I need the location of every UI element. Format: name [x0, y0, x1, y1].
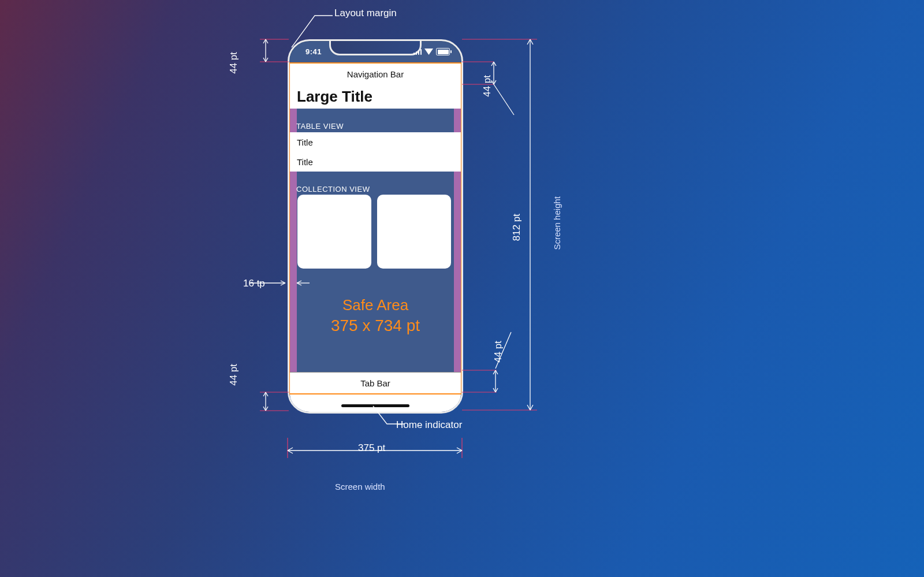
dim-line-status [248, 35, 289, 75]
svg-line-6 [494, 84, 514, 115]
dim-margin-w: 16 tp [243, 278, 265, 289]
collection-cell [297, 195, 371, 269]
table-view-header: TABLE VIEW [296, 122, 344, 131]
home-indicator-area [290, 394, 461, 412]
cell-signal-icon [413, 49, 422, 55]
label-home-indicator: Home indicator [396, 419, 462, 431]
status-time: 9:41 [305, 47, 322, 56]
dim-nav-h: 44 pt [482, 75, 493, 97]
label-layout-margin: Layout margin [334, 8, 397, 19]
battery-icon [436, 48, 450, 55]
safe-area-label: Safe Area 375 x 734 pt [289, 296, 461, 335]
phone-frame: 9:41 Navigation Bar Large Title TABLE VI… [288, 39, 463, 414]
wifi-icon [424, 49, 433, 55]
table-cell: Title [290, 132, 461, 152]
dim-home-h: 44 pt [228, 364, 240, 386]
navigation-bar: Navigation Bar [290, 64, 461, 85]
tab-bar: Tab Bar [290, 372, 461, 393]
collection-cell [377, 195, 451, 269]
dim-status-h: 44 pt [228, 52, 240, 74]
large-title: Large Title [290, 84, 461, 109]
dim-screen-h: 812 pt [511, 214, 523, 241]
label-screen-height: Screen height [552, 196, 562, 250]
dim-line-nav [462, 57, 526, 98]
status-bar: 9:41 [289, 41, 461, 62]
layout-margin-left [290, 64, 297, 393]
dim-tab-h: 44 pt [493, 341, 504, 363]
status-indicators [413, 48, 450, 55]
label-screen-width: Screen width [335, 482, 385, 492]
dim-screen-w: 375 pt [358, 442, 385, 454]
collection-view-header: COLLECTION VIEW [296, 185, 370, 193]
table-cell: Title [290, 152, 461, 172]
dim-line-home [248, 386, 289, 421]
layout-margin-right [454, 64, 461, 393]
